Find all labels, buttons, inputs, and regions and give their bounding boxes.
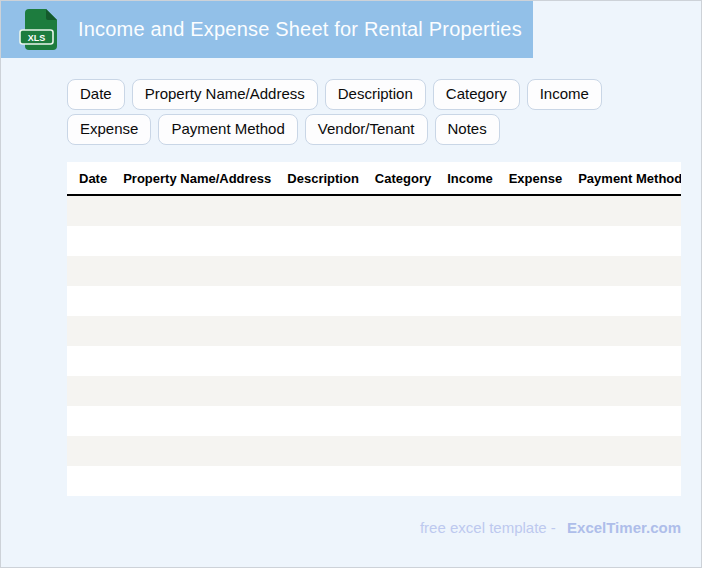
- table-row: [67, 196, 681, 226]
- header-banner: XLS Income and Expense Sheet for Rental …: [1, 1, 533, 58]
- column-header-expense: Expense: [509, 171, 562, 186]
- table-row: [67, 226, 681, 256]
- footer-brand-link[interactable]: ExcelTimer.com: [567, 519, 681, 536]
- column-header-income: Income: [447, 171, 493, 186]
- table-row: [67, 286, 681, 316]
- table-row: [67, 316, 681, 346]
- chip-vendor-tenant[interactable]: Vendor/Tenant: [305, 114, 428, 145]
- chip-category[interactable]: Category: [433, 79, 520, 110]
- page-title: Income and Expense Sheet for Rental Prop…: [78, 18, 522, 41]
- footer: free excel template - ExcelTimer.com: [67, 519, 681, 536]
- column-chips: DateProperty Name/AddressDescriptionCate…: [67, 79, 681, 145]
- table-row: [67, 466, 681, 496]
- table-row: [67, 406, 681, 436]
- page: { "header": { "title": "Income and Expen…: [0, 0, 702, 568]
- xls-icon-label: XLS: [28, 32, 46, 42]
- chip-date[interactable]: Date: [67, 79, 125, 110]
- chip-payment-method[interactable]: Payment Method: [158, 114, 297, 145]
- column-header-description: Description: [287, 171, 359, 186]
- column-header-date: Date: [79, 171, 107, 186]
- table-row: [67, 256, 681, 286]
- table-row: [67, 436, 681, 466]
- xls-file-icon: XLS: [18, 8, 64, 52]
- chip-description[interactable]: Description: [325, 79, 426, 110]
- footer-note: free excel template -: [420, 519, 556, 536]
- column-header-category: Category: [375, 171, 431, 186]
- chip-notes[interactable]: Notes: [435, 114, 500, 145]
- chip-property-name-address[interactable]: Property Name/Address: [132, 79, 318, 110]
- spreadsheet-table: DateProperty Name/AddressDescriptionCate…: [67, 162, 681, 496]
- table-header-row: DateProperty Name/AddressDescriptionCate…: [67, 162, 681, 196]
- chip-expense[interactable]: Expense: [67, 114, 151, 145]
- column-header-property-name-address: Property Name/Address: [123, 171, 271, 186]
- column-header-payment-method: Payment Method: [578, 171, 681, 186]
- table-row: [67, 346, 681, 376]
- table-body: [67, 196, 681, 496]
- table-row: [67, 376, 681, 406]
- chip-income[interactable]: Income: [527, 79, 602, 110]
